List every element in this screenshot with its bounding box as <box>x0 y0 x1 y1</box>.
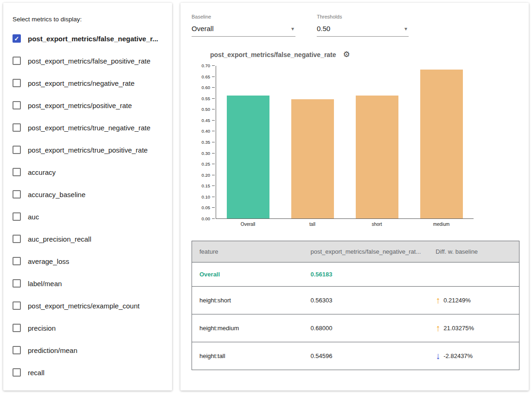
y-axis-tick-label: 0.05 <box>194 205 210 210</box>
checkbox-checked-icon[interactable]: ✓ <box>13 34 21 43</box>
metric-item[interactable]: post_export_metrics/true_negative_rate <box>12 116 165 139</box>
metric-item[interactable]: accuracy <box>12 161 165 183</box>
table-row[interactable]: height:tall0.54596↓-2.82437% <box>192 342 519 370</box>
checkbox-icon[interactable] <box>13 79 21 87</box>
metric-label: recall <box>28 369 45 377</box>
gear-icon[interactable]: ⚙ <box>343 51 350 58</box>
y-axis-tick-label: 0.35 <box>194 140 210 145</box>
feature-cell: height:tall <box>192 342 303 370</box>
metric-item[interactable]: post_export_metrics/false_positive_rate <box>12 50 165 72</box>
diff-value: 0.21249% <box>443 297 471 304</box>
metric-item[interactable]: precision <box>12 317 165 339</box>
metric-item[interactable]: prediction/mean <box>12 339 165 361</box>
x-axis-labels: Overalltallshortmedium <box>216 222 474 227</box>
checkbox-icon[interactable] <box>13 101 21 109</box>
table-row[interactable]: height:short0.56303↑0.21249% <box>192 287 519 314</box>
metric-item[interactable]: auc_precision_recall <box>12 228 165 250</box>
y-axis-tick-label: 0.45 <box>194 118 210 123</box>
baseline-select[interactable]: Overall ▾ <box>192 24 295 37</box>
checkbox-icon[interactable] <box>13 235 21 243</box>
y-axis-tick-label: 0.10 <box>194 195 210 199</box>
bar-tall[interactable] <box>291 99 334 218</box>
chart-header: post_export_metrics/false_negative_rate … <box>210 51 519 58</box>
diff-cell: ↑0.21249% <box>428 287 519 314</box>
y-axis-tick-label: 0.20 <box>194 173 210 178</box>
metric-label: label/mean <box>28 280 62 288</box>
bar-short[interactable] <box>356 96 398 218</box>
diff-value: 21.03275% <box>443 325 474 332</box>
fairness-indicators-page: Select metrics to display: ✓post_export_… <box>0 0 532 397</box>
y-axis-tick-label: 0.60 <box>194 85 210 90</box>
baseline-selected-value: Overall <box>192 25 214 32</box>
metric-item[interactable]: post_export_metrics/positive_rate <box>12 94 165 116</box>
checkbox-icon[interactable] <box>13 123 21 132</box>
metric-label: post_export_metrics/false_positive_rate <box>28 57 150 65</box>
metric-label: auc_precision_recall <box>28 235 91 243</box>
checkbox-icon[interactable] <box>13 212 21 221</box>
chevron-down-icon: ▾ <box>404 26 407 32</box>
metric-label: post_export_metrics/example_count <box>28 302 140 310</box>
x-axis-label: medium <box>420 222 463 227</box>
results-panel: Baseline Overall ▾ Thresholds 0.50 ▾ pos… <box>180 3 529 391</box>
checkbox-icon[interactable] <box>13 146 21 154</box>
diff-cell: ↑21.03275% <box>428 314 519 342</box>
arrow-up-icon: ↑ <box>436 323 440 333</box>
metric-item[interactable]: ✓post_export_metrics/false_negative_r... <box>12 27 165 50</box>
metric-item[interactable]: post_export_metrics/negative_rate <box>12 72 165 94</box>
metric-label: post_export_metrics/true_positive_rate <box>28 146 147 154</box>
x-axis-label: short <box>356 222 398 227</box>
feature-cell: height:short <box>192 287 303 314</box>
metric-label: average_loss <box>28 257 69 265</box>
metric-label: auc <box>28 213 39 221</box>
metric-value-cell: 0.54596 <box>303 342 429 370</box>
metric-item[interactable]: average_loss <box>12 250 165 272</box>
checkbox-icon[interactable] <box>13 346 21 354</box>
metric-label: accuracy <box>28 168 56 176</box>
metric-item[interactable]: label/mean <box>12 272 165 295</box>
checkbox-icon[interactable] <box>13 257 21 265</box>
diff-cell: ↓-2.82437% <box>428 342 519 370</box>
thresholds-selected-value: 0.50 <box>317 25 330 32</box>
checkbox-icon[interactable] <box>13 368 21 377</box>
diff-cell <box>428 263 519 287</box>
metric-label: post_export_metrics/true_negative_rate <box>28 124 150 132</box>
checkbox-icon[interactable] <box>13 301 21 310</box>
thresholds-control: Thresholds 0.50 ▾ <box>317 14 409 37</box>
baseline-control: Baseline Overall ▾ <box>192 14 295 37</box>
metric-label: post_export_metrics/false_negative_r... <box>28 35 158 43</box>
y-axis-tick-label: 0.70 <box>194 64 210 68</box>
bar-medium[interactable] <box>420 70 463 218</box>
arrow-down-icon: ↓ <box>436 351 440 361</box>
metric-value-cell: 0.56183 <box>303 263 429 287</box>
metric-item[interactable]: auc <box>12 205 165 228</box>
checkbox-icon[interactable] <box>13 190 21 198</box>
table-header-cell: post_export_metrics/false_negative_rat..… <box>303 241 429 263</box>
chart-title: post_export_metrics/false_negative_rate <box>210 51 336 58</box>
table-row[interactable]: height:medium0.68000↑21.03275% <box>192 314 519 342</box>
table-row[interactable]: Overall0.56183 <box>192 263 519 287</box>
table-header-cell: feature <box>192 241 303 263</box>
metric-item[interactable]: post_export_metrics/true_positive_rate <box>12 139 165 161</box>
metric-item[interactable]: post_export_metrics/example_count <box>12 295 165 317</box>
thresholds-select[interactable]: 0.50 ▾ <box>317 24 409 37</box>
metric-select-panel: Select metrics to display: ✓post_export_… <box>3 3 172 391</box>
feature-cell: Overall <box>192 263 303 287</box>
metric-item[interactable]: accuracy_baseline <box>12 183 165 205</box>
checkbox-icon[interactable] <box>13 324 21 332</box>
table-header: featurepost_export_metrics/false_negativ… <box>192 241 519 263</box>
checkbox-icon[interactable] <box>13 57 21 65</box>
thresholds-label: Thresholds <box>317 14 409 19</box>
y-axis-tick-label: 0.50 <box>194 107 210 112</box>
bar-chart: 0.000.050.100.150.200.250.300.350.400.45… <box>194 66 519 227</box>
checkbox-icon[interactable] <box>13 168 21 176</box>
bar-overall[interactable] <box>227 96 269 218</box>
y-axis-tick-label: 0.55 <box>194 96 210 101</box>
y-axis: 0.000.050.100.150.200.250.300.350.400.45… <box>194 66 216 219</box>
table-header-cell: Diff. w. baseline <box>428 241 519 263</box>
baseline-label: Baseline <box>192 14 295 19</box>
metric-value-cell: 0.56303 <box>303 287 429 314</box>
checkbox-icon[interactable] <box>13 279 21 288</box>
x-axis-label: tall <box>291 222 334 227</box>
y-axis-tick-label: 0.40 <box>194 129 210 134</box>
metric-item[interactable]: recall <box>12 361 165 384</box>
